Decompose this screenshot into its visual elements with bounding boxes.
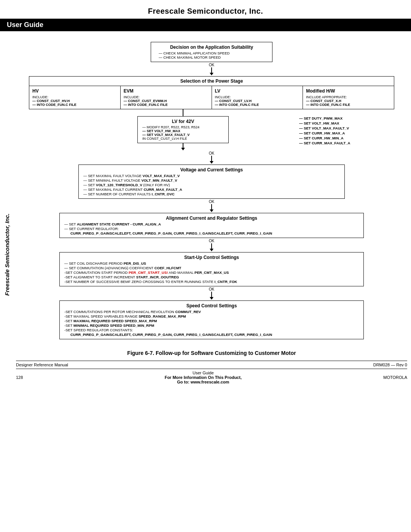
arrow-5: OK [209, 287, 214, 300]
ok-2: OK [209, 151, 214, 155]
volt-line4: — SET NUMBER OF CURRENT FAULTS I_CNTR_OV… [83, 192, 340, 196]
more-info-1: For More Information On This Product, [23, 375, 383, 380]
lv42-line3: IN CONST_CUST_LV.H FILE [142, 137, 224, 141]
ps-modhw-line0: INCLUDE APPROPRIATE: [306, 95, 391, 99]
sidebar: Freescale Semiconductor, Inc. [0, 46, 14, 463]
ps-col-lv: LV INCLUDE: — CONST_CUST_LV.H — INTO COD… [212, 86, 303, 109]
arrow-2: OK [209, 151, 214, 164]
startup-line3: -SET ALIGNMENT TO START INCREMENT START_… [64, 275, 359, 279]
figure-caption: Figure 6-7. Follow-up for Software Custo… [16, 350, 407, 356]
arrow-line-4 [211, 243, 212, 249]
ps-lv-line1: — CONST_CUST_LV.H [215, 99, 300, 103]
ps-lv-line0: INCLUDE: [215, 95, 300, 99]
lv42-left: LV for 42V — MODIFY R207, R522, R523, R5… [29, 109, 288, 150]
modhw-settings: — SET DUTY_PWM_MAX — SET VOLT_HW_MAX — S… [288, 109, 394, 146]
lv42-line0: — MODIFY R207, R522, R523, R524 [142, 125, 224, 129]
ok-1: OK [209, 63, 214, 67]
voltage-box: Voltage and Current Settings — SET MAXIM… [78, 165, 345, 199]
alignment-box: Alignment Current and Regulator Settings… [59, 213, 364, 238]
lv-down-line [183, 109, 183, 116]
modhw-line5: — SET CURR_MAX_FAULT_A [299, 141, 394, 145]
ps-evm-line0: INCLUDE: [124, 95, 209, 99]
volt-line2: — SET VOLT_120_THRESHOLD_V (ONLY FOR HV) [83, 183, 340, 187]
speed-line3: -SET MINIMAL REQUIRED SPEED SPEED_MIN_RP… [64, 323, 359, 328]
footer-right: DRM028 — Rev 0 [373, 363, 407, 367]
align-line2: CURR_PIREG_P_GAINSCALELEFT, CURR_PIREG_P… [70, 231, 359, 235]
decision-title: Decision on the Application Suitability [156, 45, 268, 50]
ok-4: OK [209, 239, 214, 243]
ps-hv-line2: — INTO CODE_FUN.C FILE [32, 103, 117, 107]
modhw-line3: — SET CURR_HW_MAX_A [299, 131, 394, 135]
speed-title: Speed Control Settings [64, 303, 359, 308]
footer-bottom: 128 User Guide For More Information On T… [16, 369, 407, 386]
volt-line3: — SET MAXIMAL FAULT CURRENT CURR_MAX_FAU… [83, 187, 340, 192]
voltage-title: Voltage and Current Settings [83, 167, 340, 173]
volt-line0: — SET MAXIMAL FAULT VOLTAGE VOLT_MAX_FAU… [83, 174, 340, 178]
ps-modhw-line1: — CONST_CUST_X.H [306, 99, 391, 103]
user-guide-bar: User Guide [0, 19, 411, 31]
arrow-line-2 [211, 156, 212, 161]
lv42-arrow-line [183, 143, 183, 148]
power-stage-cols: HV INCLUDE: — CONST_CUST_HV.H — INTO COD… [29, 86, 394, 109]
startup-line0: — SET COIL DISCHARGE PERIOD PER_DIS_US [64, 261, 359, 265]
arrow-head-3 [210, 209, 213, 212]
footer-top: Designer Reference Manual DRM028 — Rev 0 [16, 361, 407, 369]
startup-box: Start-Up Control Settings — SET COIL DIS… [59, 252, 364, 286]
speed-line5: CURR_PIREG_P_GAINSCALELEFT, CURR_PIREG_P… [70, 332, 359, 337]
footer-center-area: User Guide For More Information On This … [23, 371, 383, 384]
ok-3: OK [209, 200, 214, 204]
ps-lv-line2: — INTO CODE_FUN.C FILE [215, 103, 300, 107]
arrow-1: OK [209, 63, 214, 75]
main-content: Decision on the Application Suitability … [16, 31, 407, 386]
ps-modhw-line2: — INTO CODE_FUN.C FILE [306, 103, 391, 107]
speed-line1: -SET MAXIMAL SPEED VARIABLES RANGE SPEED… [64, 314, 359, 318]
modhw-line4: — SET CURR_HW_MIN_A [299, 136, 394, 140]
flowchart: Decision on the Application Suitability … [16, 38, 407, 343]
modhw-line2: — SET VOLT_MAX_FAULT_V [299, 126, 394, 130]
ps-hv-line0: INCLUDE: [32, 95, 117, 99]
arrow-head-1 [210, 73, 213, 75]
startup-line4: -SET NUMBER OF SUCCESSIVE BEMF ZERO CROS… [64, 280, 359, 284]
lv42-title: LV for 42V [142, 119, 224, 124]
modhw-line0: — SET DUTY_PWM_MAX [299, 116, 394, 120]
speed-line2: -SET MAXIMAL REQUIRED SPEED SPEED_MAX_RP… [64, 319, 359, 323]
startup-title: Start-Up Control Settings [64, 255, 359, 260]
ps-evm-title: EVM [124, 88, 209, 94]
lv42-line2: — SET VOLT_MAX_FAULT_V [142, 133, 224, 137]
lv42-arrow-head [181, 148, 185, 150]
sidebar-text: Freescale Semiconductor, Inc. [4, 214, 11, 296]
arrow-line-3 [211, 204, 212, 209]
modhw-line1: — SET VOLT_HW_MAX [299, 121, 394, 125]
speed-line4: -SET SPEED REGULATOR CONSTANTS: [64, 328, 359, 332]
ok-5: OK [209, 287, 214, 291]
ps-col-hv: HV INCLUDE: — CONST_CUST_HV.H — INTO COD… [29, 86, 121, 109]
ps-evm-line1: — CONST_CUST_EVMM.H [124, 99, 209, 103]
volt-line1: — SET MINIMAL FAULT VOLTAGE VOLT_MIN_FAU… [83, 178, 340, 182]
alignment-title: Alignment Current and Regulator Settings [64, 216, 359, 221]
lv42-box: LV for 42V — MODIFY R207, R522, R523, R5… [137, 116, 229, 143]
page-title: Freescale Semiconductor, Inc. [0, 0, 411, 19]
ps-modhw-title: Modified H/W [306, 88, 391, 94]
startup-line1: — SET COMMUTATION (ADVANCING) COEFFICIEN… [64, 266, 359, 270]
ps-col-evm: EVM INCLUDE: — CONST_CUST_EVMM.H — INTO … [121, 86, 212, 109]
ps-evm-line2: — INTO CODE_FUN.C FILE [124, 103, 209, 107]
ps-hv-title: HV [32, 88, 117, 94]
arrow-head-2 [210, 161, 213, 164]
speed-box: Speed Control Settings -SET COMMUTATIONS… [59, 300, 364, 339]
page-center: User Guide [23, 371, 383, 375]
align-line1: — SET CURRENT REGULATOR: [64, 227, 359, 231]
power-stage-title: Selection of the Power Stage [29, 77, 394, 86]
arrow-4: OK [209, 239, 214, 251]
power-stage-section: Selection of the Power Stage HV INCLUDE:… [29, 76, 394, 109]
lv42-line1: — SET VOLT_HW_MAX [142, 129, 224, 133]
ps-col-modhw: Modified H/W INCLUDE APPROPRIATE: — CONS… [303, 86, 394, 109]
arrow-head-5 [210, 297, 213, 300]
speed-line0: -SET COMMUTATIONS PER ROTOR MECHANICAL R… [64, 310, 359, 314]
ps-lv-title: LV [215, 88, 300, 94]
page-number: 128 [16, 375, 23, 380]
decision-line-2: — CHECK MAXIMAL MOTOR SPEED [159, 55, 268, 59]
more-info-2: Go to: www.freescale.com [23, 380, 383, 384]
align-line0: — SET ALIGNMENT STATE CURRENT - CURR_ALI… [64, 222, 359, 226]
arrow-line-1 [211, 67, 212, 73]
ps-hv-line1: — CONST_CUST_HV.H [32, 99, 117, 103]
